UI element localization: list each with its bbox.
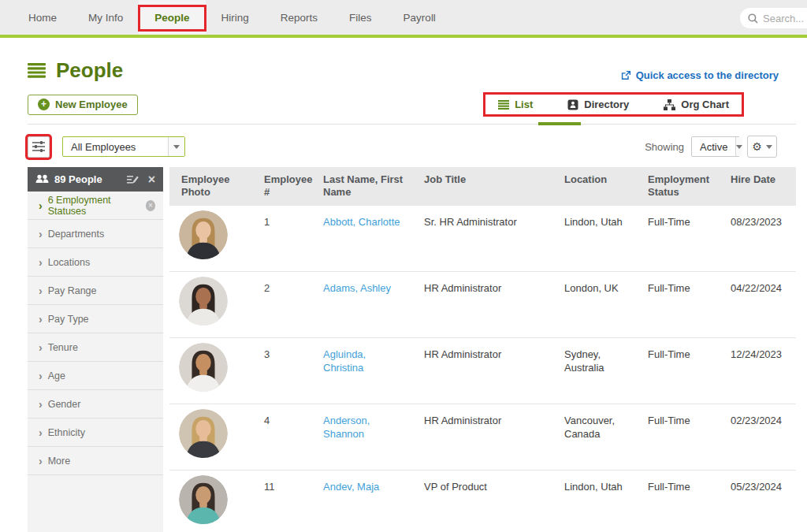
employee-avatar[interactable] [179, 475, 228, 524]
employee-name-link[interactable]: Agluinda, Christina [323, 348, 366, 374]
employee-status: Full-Time [636, 404, 719, 471]
tab-org-chart[interactable]: Org Chart [664, 99, 729, 110]
dropdown-caret [168, 137, 184, 156]
column-header[interactable]: Last Name, First Name [311, 167, 412, 206]
nav-item[interactable]: Hiring [206, 0, 265, 35]
search-placeholder: Search... [763, 13, 804, 24]
employee-job-title: Sr. HR Administrator [412, 206, 552, 272]
employee-number: 3 [252, 338, 311, 404]
directory-icon [567, 99, 578, 110]
sidebar-filter-item[interactable]: › More × [28, 447, 163, 475]
employee-avatar[interactable] [179, 409, 228, 458]
employee-table-section: Employee Photo Employee # Last Name, Fir… [169, 167, 807, 532]
tabs-divider [28, 124, 796, 125]
table-header-row: Employee Photo Employee # Last Name, Fir… [169, 167, 796, 206]
employee-job-title: VP of Product [412, 471, 552, 532]
close-sidebar-icon[interactable]: × [148, 173, 155, 186]
people-count-icon [35, 174, 49, 184]
view-tabs: List Directory Org Chart [483, 92, 744, 117]
employee-filter-select[interactable]: All Employees [62, 136, 185, 157]
sidebar-filter-item[interactable]: › Gender × [28, 390, 163, 419]
nav-item-label: Files [349, 12, 372, 24]
nav-item[interactable]: People [139, 0, 205, 35]
employee-job-title: HR Administrator [412, 404, 552, 471]
employee-location: Lindon, Utah [552, 206, 636, 272]
nav-item-label: Payroll [404, 12, 436, 24]
search-icon [748, 13, 758, 24]
gear-icon: ⚙ [752, 140, 762, 153]
page-header: People Quick access to the directory [28, 58, 779, 83]
actions-row: + New Employee List Directory [28, 92, 744, 117]
sidebar-filter-item[interactable]: › Pay Range × [28, 277, 163, 305]
edit-list-icon[interactable] [127, 175, 139, 184]
chevron-right-icon: › [39, 285, 43, 296]
employee-row: 4 Anderson, Shannon HR Administrator Van… [169, 404, 796, 471]
top-nav: Home My Info People Hiring Reports [0, 0, 807, 38]
sidebar-filter-label: Pay Type [48, 314, 89, 325]
column-header[interactable]: Location [552, 167, 636, 206]
chevron-right-icon: › [39, 200, 43, 211]
employee-job-title: HR Administrator [412, 272, 552, 338]
active-tab-underline [538, 122, 581, 125]
employee-location: Sydney, Australia [552, 338, 636, 404]
status-select-value: Active [692, 137, 735, 156]
tab-list[interactable]: List [498, 99, 533, 110]
employee-avatar[interactable] [179, 277, 228, 326]
column-header[interactable]: Employee # [252, 167, 311, 206]
chevron-right-icon: › [39, 342, 43, 353]
quick-access-label: Quick access to the directory [636, 69, 779, 81]
settings-button[interactable]: ⚙ [747, 136, 777, 158]
employee-name-link[interactable]: Adams, Ashley [323, 282, 391, 294]
column-header[interactable]: Hire Date [719, 167, 796, 206]
employee-filter-value: All Employees [63, 137, 168, 156]
sidebar-filter-item[interactable]: › Tenure × [28, 333, 163, 362]
employee-job-title: HR Administrator [412, 338, 552, 404]
employee-name-link[interactable]: Abbott, Charlotte [323, 216, 400, 228]
sidebar-filter-item[interactable]: › Pay Type × [28, 305, 163, 333]
sidebar-filter-item[interactable]: › Ethnicity × [28, 419, 163, 447]
sidebar-filter-item[interactable]: › Age × [28, 362, 163, 390]
nav-item[interactable]: My Info [73, 0, 139, 35]
search-box[interactable]: Search... [740, 8, 807, 28]
chevron-right-icon: › [39, 229, 43, 240]
employee-hire-date: 05/23/2024 [719, 471, 796, 532]
tab-directory[interactable]: Directory [567, 99, 629, 110]
column-header[interactable]: Employee Photo [169, 167, 252, 206]
sidebar-filter-label: Gender [48, 399, 81, 410]
nav-item[interactable]: Payroll [388, 0, 452, 35]
status-select[interactable]: Active [691, 136, 740, 157]
nav-item-label: My Info [88, 12, 123, 24]
clear-filter-icon[interactable]: × [146, 200, 155, 211]
quick-access-link[interactable]: Quick access to the directory [621, 69, 779, 81]
chevron-right-icon: › [39, 427, 43, 438]
employee-avatar[interactable] [179, 343, 228, 392]
new-employee-button[interactable]: + New Employee [28, 95, 138, 115]
filter-sidebar: 89 People × › 6 Employment Status [28, 167, 163, 532]
nav-item-label: Home [28, 12, 57, 24]
plus-icon: + [38, 99, 50, 110]
employee-name-link[interactable]: Anderson, Shannon [323, 415, 370, 440]
list-icon [498, 100, 509, 110]
nav-item[interactable]: Home [13, 0, 73, 35]
sidebar-filter-item[interactable]: › 6 Employment Statuses × [28, 192, 163, 220]
employee-avatar[interactable] [179, 210, 228, 259]
dropdown-caret [735, 137, 742, 156]
sidebar-filter-item[interactable]: › Locations × [28, 248, 163, 277]
chevron-right-icon: › [39, 370, 43, 381]
main-nav: Home My Info People Hiring Reports [13, 0, 452, 35]
nav-item[interactable]: Files [333, 0, 388, 35]
column-header[interactable]: Employment Status [636, 167, 719, 206]
column-header[interactable]: Job Title [412, 167, 552, 206]
nav-item-label: Hiring [221, 12, 249, 24]
tab-directory-label: Directory [584, 99, 629, 110]
title-wrap: People [28, 58, 123, 83]
sidebar-filter-item[interactable]: › Departments × [28, 220, 163, 248]
sidebar-filter-label: Tenure [48, 342, 78, 353]
nav-item[interactable]: Reports [265, 0, 333, 35]
sidebar-filter-label: Ethnicity [48, 427, 85, 438]
tab-org-chart-label: Org Chart [681, 99, 729, 110]
filter-toggle-button[interactable] [28, 136, 50, 158]
employee-hire-date: 02/23/2024 [719, 404, 796, 471]
sidebar-filter-list: › 6 Employment Statuses × › Departments … [28, 192, 163, 532]
employee-name-link[interactable]: Andev, Maja [323, 481, 379, 493]
